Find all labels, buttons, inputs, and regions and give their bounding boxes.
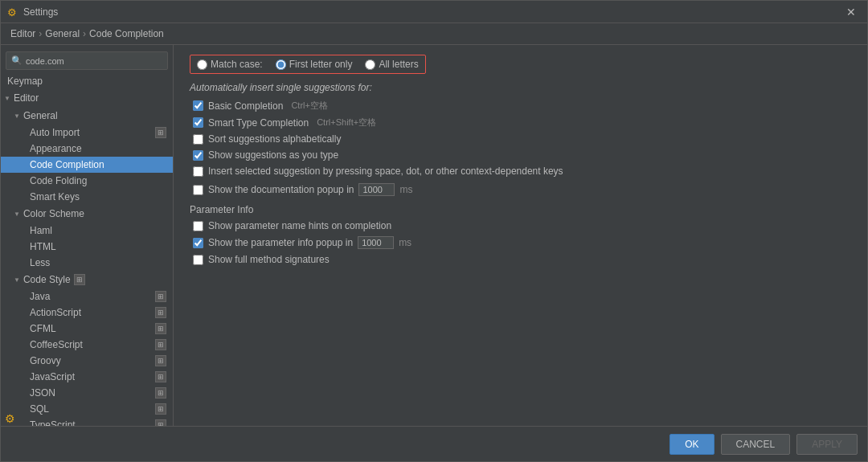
sidebar-item-html[interactable]: HTML xyxy=(1,239,173,255)
first-letter-label: First letter only xyxy=(289,59,353,70)
basic-completion-shortcut: Ctrl+空格 xyxy=(291,100,328,112)
search-icon: 🔍 xyxy=(11,55,23,66)
close-button[interactable]: ✕ xyxy=(841,4,861,20)
sidebar-item-code-completion[interactable]: Code Completion xyxy=(1,157,173,173)
param-info-popup-input[interactable] xyxy=(358,236,394,249)
param-name-hints-row: Show parameter name hints on completion xyxy=(190,220,851,231)
parameter-info-title: Parameter Info xyxy=(190,204,851,215)
footer: OK CANCEL APPLY xyxy=(1,426,867,461)
settings-icon-right: ⊞ xyxy=(155,307,166,318)
settings-icon-right: ⊞ xyxy=(155,127,166,138)
sidebar-item-actionscript[interactable]: ActionScript ⊞ xyxy=(1,305,173,321)
sidebar-item-appearance[interactable]: Appearance xyxy=(1,141,173,157)
breadcrumb-editor[interactable]: Editor xyxy=(10,28,35,39)
basic-completion-label: Basic Completion xyxy=(208,100,283,112)
param-name-hints-label: Show parameter name hints on completion xyxy=(208,220,391,231)
sidebar-section-color-scheme[interactable]: ▼ Color Scheme xyxy=(1,205,173,223)
full-method-sig-label: Show full method signatures xyxy=(208,254,330,265)
settings-window: ⚙ Settings ✕ Editor › General › Code Com… xyxy=(0,0,868,462)
settings-icon-right: ⊞ xyxy=(155,419,166,426)
show-as-you-type-row: Show suggestions as you type xyxy=(190,149,851,161)
settings-icon-right: ⊞ xyxy=(155,339,166,350)
auto-insert-label: Automatically insert single suggestions … xyxy=(190,82,851,93)
title-bar: ⚙ Settings ✕ xyxy=(1,1,867,23)
insert-selected-label: Insert selected suggestion by pressing s… xyxy=(208,166,563,177)
breadcrumb-sep-2: › xyxy=(83,28,86,39)
sidebar-item-json[interactable]: JSON ⊞ xyxy=(1,385,173,401)
sidebar-item-typescript[interactable]: TypeScript ⊞ xyxy=(1,417,173,426)
param-name-hints-checkbox[interactable] xyxy=(193,221,203,231)
search-input[interactable] xyxy=(26,56,162,66)
settings-icon-right: ⊞ xyxy=(155,291,166,302)
apply-button[interactable]: APPLY xyxy=(796,434,858,455)
sidebar-item-java[interactable]: Java ⊞ xyxy=(1,288,173,305)
sidebar-section-code-style[interactable]: ▼ Code Style ⊞ xyxy=(1,271,173,288)
first-letter-group: First letter only xyxy=(276,59,353,70)
sidebar-item-groovy[interactable]: Groovy ⊞ xyxy=(1,353,173,369)
content-area: 🔍 Keymap ▼ Editor ▼ General Auto Import … xyxy=(1,45,867,426)
sidebar-item-smart-keys[interactable]: Smart Keys xyxy=(1,189,173,205)
match-case-group: Match case: xyxy=(197,59,263,70)
match-case-all-radio[interactable] xyxy=(365,59,375,70)
show-as-you-type-checkbox[interactable] xyxy=(193,150,203,161)
smart-completion-checkbox[interactable] xyxy=(193,117,203,128)
insert-selected-row: Insert selected suggestion by pressing s… xyxy=(190,166,851,177)
ok-button[interactable]: OK xyxy=(669,434,714,455)
settings-icon-right: ⊞ xyxy=(155,403,166,415)
show-doc-popup-suffix: ms xyxy=(399,184,412,195)
basic-completion-row: Basic Completion Ctrl+空格 xyxy=(190,100,851,112)
sidebar-item-coffeescript[interactable]: CoffeeScript ⊞ xyxy=(1,337,173,353)
sidebar-item-javascript[interactable]: JavaScript ⊞ xyxy=(1,369,173,385)
sidebar-item-less[interactable]: Less xyxy=(1,255,173,271)
breadcrumb: Editor › General › Code Completion xyxy=(1,23,867,45)
breadcrumb-general[interactable]: General xyxy=(45,28,80,39)
param-info-popup-checkbox[interactable] xyxy=(193,238,203,248)
sidebar-section-editor[interactable]: ▼ Editor xyxy=(1,89,173,107)
param-info-popup-row: Show the parameter info popup in ms xyxy=(190,236,851,249)
expand-icon: ▼ xyxy=(4,95,10,102)
match-case-row: Match case: First letter only All letter… xyxy=(190,55,426,74)
sidebar-section-general[interactable]: ▼ General xyxy=(1,107,173,125)
param-info-popup-suffix: ms xyxy=(399,237,411,248)
bottom-gear-icon[interactable]: ⚙ xyxy=(5,412,15,425)
smart-completion-label: Smart Type Completion xyxy=(208,117,309,129)
sidebar-item-haml[interactable]: Haml xyxy=(1,223,173,239)
full-method-sig-checkbox[interactable] xyxy=(193,255,203,265)
search-box[interactable]: 🔍 xyxy=(6,51,168,70)
show-doc-popup-prefix: Show the documentation popup in xyxy=(208,184,354,195)
settings-icon-right: ⊞ xyxy=(74,274,85,285)
sort-suggestions-checkbox[interactable] xyxy=(193,134,203,145)
show-as-you-type-label: Show suggestions as you type xyxy=(208,149,338,161)
show-doc-popup-row: Show the documentation popup in ms xyxy=(190,183,851,196)
expand-icon: ▼ xyxy=(14,211,20,218)
smart-completion-shortcut: Ctrl+Shift+空格 xyxy=(317,117,376,129)
cancel-button[interactable]: CANCEL xyxy=(721,434,791,455)
param-info-popup-label: Show the parameter info popup in xyxy=(208,237,353,248)
sidebar: 🔍 Keymap ▼ Editor ▼ General Auto Import … xyxy=(1,45,174,426)
smart-completion-row: Smart Type Completion Ctrl+Shift+空格 xyxy=(190,117,851,129)
expand-icon: ▼ xyxy=(14,112,20,120)
title-bar-left: ⚙ Settings xyxy=(7,6,58,18)
basic-completion-checkbox[interactable] xyxy=(193,100,203,111)
all-letters-label: All letters xyxy=(379,59,418,70)
match-case-label: Match case: xyxy=(211,59,263,70)
main-panel: Match case: First letter only All letter… xyxy=(174,45,867,426)
insert-selected-checkbox[interactable] xyxy=(193,166,203,177)
match-case-first-radio[interactable] xyxy=(276,59,286,70)
sidebar-item-auto-import[interactable]: Auto Import ⊞ xyxy=(1,125,173,141)
show-doc-popup-checkbox[interactable] xyxy=(193,185,203,195)
show-doc-popup-input[interactable] xyxy=(358,183,395,196)
breadcrumb-code-completion[interactable]: Code Completion xyxy=(89,28,164,39)
expand-icon: ▼ xyxy=(14,276,20,284)
settings-icon-right: ⊞ xyxy=(155,371,166,382)
sidebar-item-keymap[interactable]: Keymap xyxy=(1,73,173,89)
sidebar-item-code-folding[interactable]: Code Folding xyxy=(1,173,173,189)
settings-icon-right: ⊞ xyxy=(155,355,166,366)
sidebar-item-sql[interactable]: SQL ⊞ xyxy=(1,401,173,417)
settings-icon-right: ⊞ xyxy=(155,323,166,334)
parameter-info-section: Parameter Info Show parameter name hints… xyxy=(190,204,851,265)
sidebar-item-cfml[interactable]: CFML ⊞ xyxy=(1,321,173,337)
match-case-none-radio[interactable] xyxy=(197,59,207,70)
sort-suggestions-label: Sort suggestions alphabetically xyxy=(208,133,341,145)
full-method-sig-row: Show full method signatures xyxy=(190,254,851,265)
